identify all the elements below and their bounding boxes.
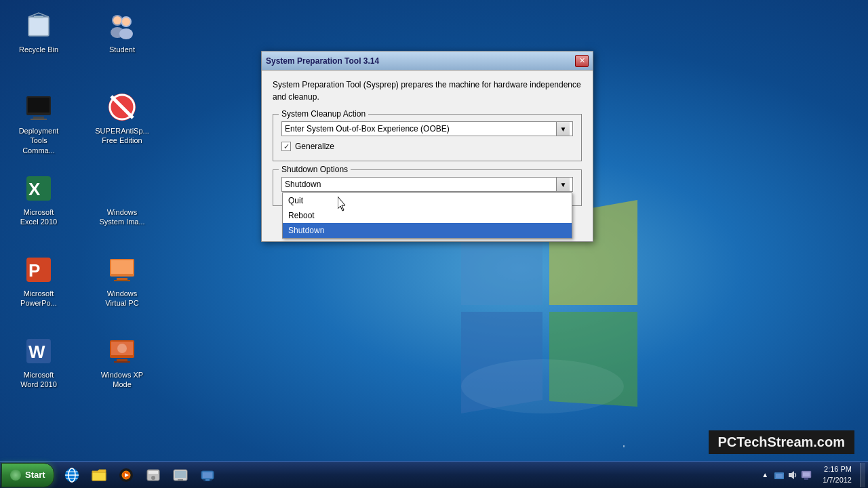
sysimage-label: Windows System Ima... [98, 207, 146, 227]
desktop-icon-xpmode[interactable]: Windows XP Mode [95, 332, 149, 392]
tray-volume-icon [787, 470, 798, 481]
tray-network-icon [774, 470, 785, 481]
desktop-icon-excel[interactable]: X Microsoft Excel 2010 [12, 169, 66, 230]
tray-display-icon [801, 470, 812, 481]
shutdown-selected-value: Shutdown [285, 180, 321, 189]
cleanup-dropdown-arrow[interactable]: ▼ [556, 122, 570, 136]
show-desktop[interactable] [860, 463, 865, 487]
dropdown-item-shutdown[interactable]: Shutdown [283, 223, 572, 238]
sysprep-dialog: System Preparation Tool 3.14 ✕ System Pr… [261, 51, 593, 242]
taskbar-right: ▲ 2:16 PM 1/7/2012 [755, 462, 868, 489]
desktop-icon-sysimage[interactable]: Windows System Ima... [95, 169, 149, 230]
desktop-icon-ppt[interactable]: P Microsoft PowerPo... [12, 251, 66, 311]
desktop-icon-student[interactable]: Student [95, 7, 149, 57]
svg-rect-58 [205, 479, 210, 481]
svg-rect-32 [114, 280, 130, 281]
generalize-label: Generalize [295, 142, 334, 151]
desktop-icon-word[interactable]: W Microsoft Word 2010 [12, 332, 66, 392]
shutdown-select-row: Shutdown ▼ Quit Reboot Shutdown [281, 177, 573, 192]
xpmode-label: Windows XP Mode [98, 370, 146, 390]
shutdown-group: Shutdown Options Shutdown ▼ Quit Reboot … [273, 169, 582, 206]
svg-rect-17 [31, 119, 47, 120]
taskbar-disk[interactable] [141, 463, 165, 487]
start-orb [10, 470, 21, 481]
cleanup-select-row: Enter System Out-of-Box Experience (OOBE… [281, 121, 573, 136]
svg-point-52 [151, 476, 155, 480]
svg-text:X: X [28, 179, 41, 199]
dialog-body: System Preparation Tool (Sysprep) prepar… [262, 70, 593, 241]
word-icon: W [22, 335, 55, 367]
cleanup-select[interactable]: Enter System Out-of-Box Experience (OOBE… [281, 121, 573, 136]
shutdown-dropdown-popup: Quit Reboot Shutdown [282, 192, 572, 239]
recycle-bin-icon [22, 9, 55, 42]
svg-rect-16 [33, 117, 44, 119]
clock-time: 2:16 PM [823, 464, 852, 474]
start-button[interactable]: Start [1, 463, 54, 487]
excel-icon: X [22, 172, 55, 205]
ppt-label: Microsoft PowerPo... [14, 289, 63, 308]
taskbar-folder[interactable] [87, 463, 111, 487]
xpmode-icon [106, 335, 138, 367]
student-icon [106, 9, 138, 42]
dropdown-item-quit[interactable]: Quit [283, 193, 572, 208]
svg-point-0 [461, 359, 624, 413]
tray-expand[interactable]: ▲ [759, 470, 771, 480]
dialog-titlebar: System Preparation Tool 3.14 ✕ [262, 52, 593, 70]
dropdown-item-reboot[interactable]: Reboot [283, 208, 572, 223]
word-label: Microsoft Word 2010 [14, 370, 63, 390]
desktop-icon-superanti[interactable]: SUPERAntiSp... Free Edition [95, 88, 149, 148]
cleanup-group: System Cleanup Action Enter System Out-o… [273, 114, 582, 161]
svg-text:P: P [28, 260, 40, 281]
svg-rect-64 [803, 472, 810, 476]
svg-point-12 [113, 16, 121, 24]
taskbar-network[interactable] [195, 463, 220, 487]
shutdown-group-label: Shutdown Options [279, 165, 351, 174]
vpc-label: Windows Virtual PC [98, 289, 146, 308]
taskbar-ie[interactable] [60, 463, 84, 487]
desktop-icon-deployment[interactable]: Deployment Tools Comma... [12, 88, 66, 158]
superanti-icon [106, 91, 138, 123]
svg-point-13 [122, 18, 130, 26]
excel-label: Microsoft Excel 2010 [14, 207, 63, 227]
svg-point-11 [119, 28, 133, 39]
svg-rect-54 [175, 471, 186, 478]
desktop-icon-recycle-bin[interactable]: Recycle Bin [12, 7, 66, 57]
taskbar-media-player[interactable] [114, 463, 138, 487]
clock[interactable]: 2:16 PM 1/7/2012 [818, 464, 856, 485]
svg-rect-38 [117, 359, 127, 361]
svg-rect-65 [804, 479, 808, 480]
dialog-description: System Preparation Tool (Sysprep) prepar… [273, 79, 582, 103]
clock-date: 1/7/2012 [823, 475, 852, 485]
svg-rect-51 [149, 471, 158, 474]
cleanup-selected-value: Enter System Out-of-Box Experience (OOBE… [285, 124, 450, 134]
svg-rect-6 [30, 18, 47, 35]
svg-marker-62 [789, 471, 794, 479]
taskbar-scanner[interactable] [168, 463, 193, 487]
deployment-label: Deployment Tools Comma... [14, 126, 63, 155]
start-label: Start [25, 470, 45, 480]
dialog-close-button[interactable]: ✕ [575, 55, 589, 67]
watermark: PCTechStream.com [709, 430, 854, 454]
shutdown-select[interactable]: Shutdown ▼ Quit Reboot Shutdown [281, 177, 573, 192]
deployment-icon [22, 91, 55, 123]
generalize-checkbox[interactable]: ✓ [281, 142, 291, 151]
svg-point-37 [117, 344, 127, 353]
svg-rect-61 [776, 474, 783, 478]
student-label: Student [109, 45, 135, 54]
svg-rect-55 [178, 479, 183, 481]
ppt-icon: P [22, 253, 55, 286]
svg-rect-46 [92, 472, 106, 481]
svg-rect-31 [117, 278, 127, 280]
svg-rect-7 [34, 16, 43, 18]
watermark-text: PCTechStream.com [718, 434, 845, 449]
shutdown-dropdown-arrow[interactable]: ▼ [556, 178, 570, 191]
superanti-label: SUPERAntiSp... Free Edition [95, 126, 149, 146]
sysimage-icon [106, 172, 138, 205]
dialog-title: System Preparation Tool 3.14 [266, 56, 575, 66]
svg-text:W: W [28, 342, 45, 362]
cleanup-group-label: System Cleanup Action [279, 109, 368, 119]
desktop-icon-vpc[interactable]: Windows Virtual PC [95, 251, 149, 311]
taskbar: Start [0, 461, 868, 488]
taskbar-icons [60, 463, 220, 487]
system-tray: ▲ [755, 462, 816, 489]
